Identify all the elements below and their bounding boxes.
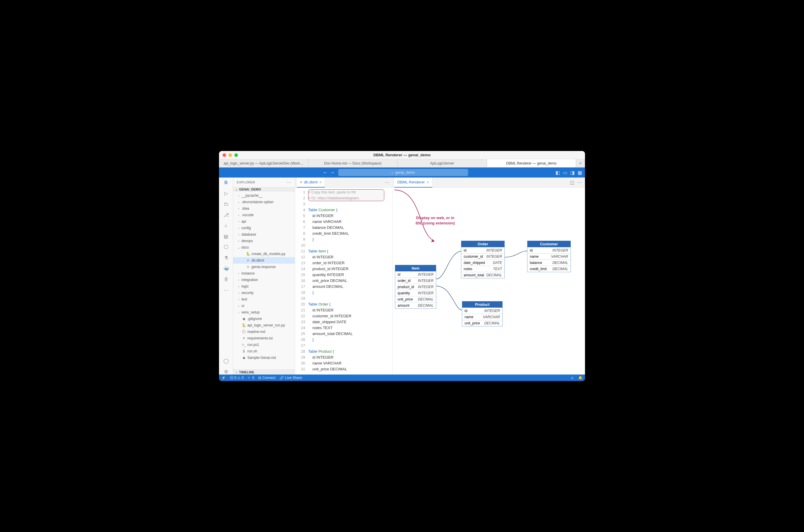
remote-indicator[interactable]: ⚡ xyxy=(221,376,226,380)
code-line: customer_id INTEGER xyxy=(308,313,392,319)
command-center[interactable]: ⌕ genai_demo xyxy=(338,169,468,176)
panel-bottom-icon[interactable]: ▭ xyxy=(563,170,567,175)
folder-node[interactable]: ›api xyxy=(233,218,295,225)
file-node[interactable]: ≡db.dbml xyxy=(233,257,295,264)
file-node[interactable]: >_run.ps1 xyxy=(233,342,295,348)
explorer-icon[interactable]: 🗎 xyxy=(224,180,229,185)
folder-node[interactable]: ›ui xyxy=(233,303,295,309)
file-node[interactable]: ⓘreadme.md xyxy=(233,328,295,335)
file-node[interactable]: $run.sh xyxy=(233,348,295,355)
file-node[interactable]: ◆.gitignore xyxy=(233,316,295,322)
folder-node[interactable]: ›security xyxy=(233,290,295,296)
testing-icon[interactable]: ⚗ xyxy=(224,255,228,261)
editor-more-icon[interactable]: ⋯ xyxy=(385,179,389,185)
minimize-window-button[interactable] xyxy=(229,153,232,157)
folder-node[interactable]: ›database xyxy=(233,231,295,238)
node-label: docs xyxy=(241,245,249,249)
extensions-icon[interactable]: ▤ xyxy=(224,233,228,239)
close-window-button[interactable] xyxy=(222,153,226,157)
close-tab-icon[interactable]: × xyxy=(319,180,322,185)
renderer-tab[interactable]: DBML Renderer × xyxy=(394,177,433,188)
entity-column: idINTEGER xyxy=(527,247,570,253)
entity-column: amount_totalDECIMAL xyxy=(461,272,505,278)
line-gutter: 1234567891011121314151617181920212223242… xyxy=(295,188,308,375)
ports-indicator[interactable]: ᯤ 0 xyxy=(248,376,254,380)
source-control-icon[interactable]: ⎇ xyxy=(223,212,229,217)
search-icon[interactable]: ⌕ xyxy=(225,223,227,228)
entity-product[interactable]: ProductidINTEGERnameVARCHARunit_priceDEC… xyxy=(462,301,502,326)
code-line: Table Item { xyxy=(308,248,392,254)
search-text: genai_demo xyxy=(395,170,415,175)
new-window-tab-button[interactable]: + xyxy=(576,159,585,167)
nav-buttons: ← → xyxy=(322,170,335,175)
folder-node[interactable]: ›.vscode xyxy=(233,212,295,218)
ellipsis-icon[interactable]: ⋯ xyxy=(224,287,229,293)
chevron-down-icon: ⌄ xyxy=(235,188,238,191)
forward-button[interactable]: → xyxy=(329,170,335,175)
remote-icon[interactable]: 🖵 xyxy=(224,245,229,250)
folder-node[interactable]: ›.idea xyxy=(233,205,295,212)
node-label: devops xyxy=(241,239,253,243)
folder-node[interactable]: ›integration xyxy=(233,277,295,283)
editor-pane-left: ≡ db.dbml × ⋯ 12345678910111213141516171… xyxy=(295,177,392,375)
file-node[interactable]: ≡genai.response xyxy=(233,264,295,270)
node-label: db.dbml xyxy=(252,258,264,263)
back-button[interactable]: ← xyxy=(322,170,328,175)
file-node[interactable]: ◆Sample-Genai.md xyxy=(233,355,295,361)
project-section[interactable]: ⌄ GENAI_DEMO xyxy=(233,187,295,192)
code-editor[interactable]: 1234567891011121314151617181920212223242… xyxy=(295,188,392,375)
folder-node[interactable]: ›__pycache__ xyxy=(233,192,295,199)
settings-gear-icon[interactable]: ⚙ xyxy=(224,369,228,375)
folder-node[interactable]: ⌄docs xyxy=(233,244,295,251)
copilot-icon[interactable]: ☺ xyxy=(570,376,574,380)
database-icon[interactable]: 🛢 xyxy=(224,277,229,282)
zoom-window-button[interactable] xyxy=(234,153,238,157)
node-label: test xyxy=(241,297,247,301)
folder-node[interactable]: ›test xyxy=(233,296,295,303)
file-icon: ◆ xyxy=(241,356,246,360)
folder-node[interactable]: ›config xyxy=(233,225,295,231)
split-icon[interactable]: ◫ xyxy=(570,179,574,185)
file-node[interactable]: 🐍create_db_models.py xyxy=(233,251,295,257)
live-share-button[interactable]: 🔗 Live Share xyxy=(279,376,302,380)
code-line: Table Customer { xyxy=(308,207,392,213)
file-node[interactable]: ≡requirements.txt xyxy=(233,335,295,342)
docker-icon[interactable]: 🐳 xyxy=(223,266,229,272)
folder-node[interactable]: ›instance xyxy=(233,270,295,277)
entity-order[interactable]: OrderidINTEGERcustomer_idINTEGERdate_shi… xyxy=(461,241,505,279)
window-tab-active[interactable]: DBML Renderer — genai_demo xyxy=(487,159,577,167)
folder-node[interactable]: ›logic xyxy=(233,283,295,290)
folder-node[interactable]: ›venv_setup xyxy=(233,309,295,316)
window-tab[interactable]: Doc-Home.md — Docs (Workspace) xyxy=(308,159,398,167)
bell-icon[interactable]: 🔔 xyxy=(578,376,583,380)
file-node[interactable]: 🐍api_logic_server_run.py xyxy=(233,322,295,328)
entity-column: product_idINTEGER xyxy=(395,284,436,290)
folder-node[interactable]: ›devops xyxy=(233,238,295,244)
app-window: DBML Renderer — genai_demo api_logic_ser… xyxy=(219,151,585,381)
editor-more-icon[interactable]: ⋯ xyxy=(577,179,582,185)
node-label: .vscode xyxy=(241,213,254,217)
layout-grid-icon[interactable]: ▦ xyxy=(578,170,582,175)
entity-column: nameVARCHAR xyxy=(527,253,570,260)
sidebar-more-icon[interactable]: ⋯ xyxy=(287,179,291,185)
folder-node[interactable]: ›.devcontainer-option xyxy=(233,199,295,205)
window-tab[interactable]: ApiLogicServer xyxy=(398,159,487,167)
dbml-renderer-canvas[interactable]: Display on web, or inIDE (using extensio… xyxy=(392,188,585,375)
editor-tab[interactable]: ≡ db.dbml × xyxy=(297,177,325,188)
run-icon[interactable]: ▷ xyxy=(224,190,228,196)
search-icon: ⌕ xyxy=(391,170,394,175)
entity-item[interactable]: ItemidINTEGERorder_idINTEGERproduct_idIN… xyxy=(395,265,436,309)
folder-icon[interactable]: 🗀 xyxy=(224,202,229,207)
window-tab[interactable]: api_logic_server.py — ApiLogicServerDev … xyxy=(219,159,308,167)
entity-column: idINTEGER xyxy=(395,271,436,278)
accounts-icon[interactable]: ◯ xyxy=(223,358,229,364)
chevron-right-icon: › xyxy=(237,201,240,204)
entity-customer[interactable]: CustomeridINTEGERnameVARCHARbalanceDECIM… xyxy=(527,241,571,272)
renderer-tabs: DBML Renderer × ◫ ⋯ xyxy=(392,177,585,188)
connect-button[interactable]: ⊟ Connect xyxy=(258,376,275,380)
panel-right-icon[interactable]: ◨ xyxy=(570,170,575,175)
timeline-section[interactable]: › TIMELINE xyxy=(233,369,295,375)
panel-toggle-icon[interactable]: ◧ xyxy=(555,170,560,175)
problems-indicator[interactable]: ⓧ 0 ⚠ 0 xyxy=(230,375,243,380)
close-tab-icon[interactable]: × xyxy=(426,180,429,185)
